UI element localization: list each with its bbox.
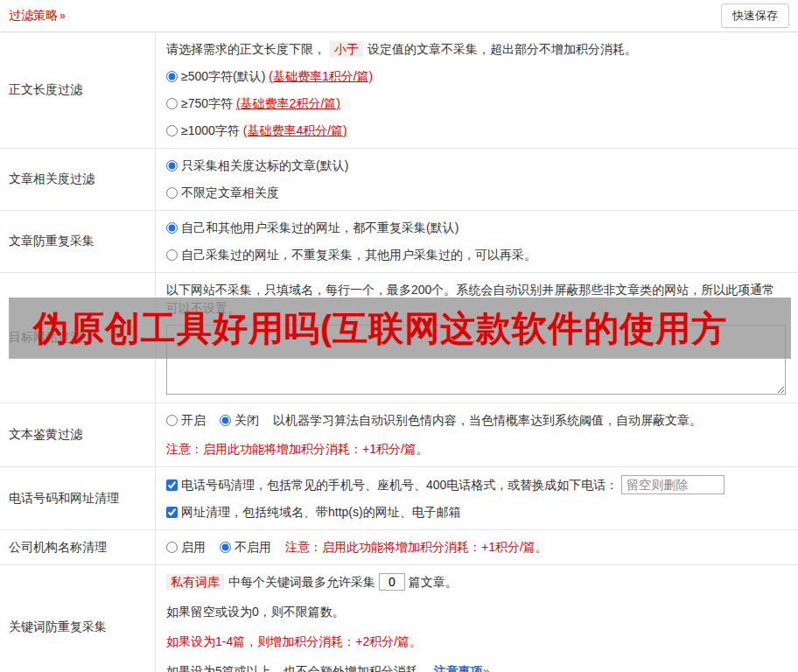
row-label-keyword: 关键词防重复采集	[0, 565, 156, 672]
option-750-chars[interactable]: ≥750字符 (基础费率2积分/篇)	[166, 94, 786, 113]
row-body-length-filter: 正文长度过滤 请选择需求的正文长度下限，小于设定值的文章不采集，超出部分不增加积…	[0, 32, 798, 149]
option-500-fee: (基础费率1积分/篇)	[269, 69, 373, 83]
keyword-rule-5plus: 如果设为5篇或以上，也不会额外增加积分消耗。 注意事项»	[166, 662, 786, 672]
row-phone-url-cleanup: 电话号码和网址清理 电话号码清理，包括常见的手机号、座机号、400电话格式，或替…	[0, 467, 798, 530]
page-title-text: 过滤策略	[9, 8, 58, 22]
row-label-porn: 文本鉴黄过滤	[0, 403, 156, 466]
option-porn-on-label: 开启	[181, 413, 206, 427]
quick-save-button[interactable]: 快速保存	[721, 4, 789, 28]
option-porn-off-label: 关闭	[234, 413, 259, 427]
option-porn-on[interactable]: 开启	[166, 413, 206, 427]
row-target-site-filter: 目标网站过滤 以下网站不采集，只填域名，每行一个，最多200个。系统会自动识别并…	[0, 273, 798, 403]
row-label-body-length: 正文长度过滤	[0, 32, 156, 148]
porn-options-line: 开启关闭以机器学习算法自动识别色情内容，当色情概率达到系统阈值，自动屏蔽文章。	[166, 411, 786, 430]
keyword-rule-zero: 如果留空或设为0，则不限篇数。	[166, 603, 786, 621]
radio-company-enable[interactable]	[166, 542, 178, 553]
keyword-count-input[interactable]	[379, 573, 405, 591]
row-content-porn: 开启关闭以机器学习算法自动识别色情内容，当色情概率达到系统阈值，自动屏蔽文章。 …	[156, 403, 798, 466]
row-label-target-site: 目标网站过滤	[0, 273, 156, 402]
radio-relevance-any[interactable]	[166, 187, 178, 199]
checkbox-phone-cleanup[interactable]	[166, 480, 178, 491]
target-site-intro: 以下网站不采集，只填域名，每行一个，最多200个。系统会自动识别并屏蔽那些非文章…	[166, 281, 786, 318]
row-content-body-length: 请选择需求的正文长度下限，小于设定值的文章不采集，超出部分不增加积分消耗。 ≥5…	[156, 32, 798, 148]
row-label-company: 公司机构名称清理	[0, 530, 156, 564]
keyword-limit-line: 私有词库中每个关键词最多允许采集 篇文章。	[166, 573, 786, 592]
company-cost-note: 注意：启用此功能将增加积分消耗：+1积分/篇。	[285, 540, 548, 554]
row-content-relevance: 只采集相关度达标的文章(默认) 不限定文章相关度	[156, 149, 798, 210]
intro-highlight-text: 小于	[330, 41, 363, 57]
row-porn-filter: 文本鉴黄过滤 开启关闭以机器学习算法自动识别色情内容，当色情概率达到系统阈值，自…	[0, 403, 798, 467]
option-url-cleanup[interactable]: 网址清理，包括纯域名、带http(s)的网址、电子邮箱	[166, 505, 461, 519]
option-company-disable-label: 不启用	[234, 540, 271, 554]
replacement-phone-input[interactable]	[621, 475, 724, 494]
keyword-rule-5plus-text: 如果设为5篇或以上，也不会额外增加积分消耗。	[166, 664, 430, 672]
phone-cleanup-line: 电话号码清理，包括常见的手机号、座机号、400电话格式，或替换成如下电话：	[166, 475, 786, 494]
option-company-disable[interactable]: 不启用	[220, 540, 271, 554]
option-dedup-global-label: 自己和其他用户采集过的网址，都不重复采集(默认)	[181, 220, 458, 234]
row-content-company: 启用不启用注意：启用此功能将增加积分消耗：+1积分/篇。	[156, 530, 798, 564]
phone-cleanup-label: 电话号码清理，包括常见的手机号、座机号、400电话格式，或替换成如下电话：	[181, 478, 618, 492]
row-company-cleanup: 公司机构名称清理 启用不启用注意：启用此功能将增加积分消耗：+1积分/篇。	[0, 530, 798, 565]
radio-500-chars[interactable]	[166, 71, 178, 82]
notes-link-chevron-icon: »	[483, 664, 490, 672]
row-keyword-dedup: 关键词防重复采集 私有词库中每个关键词最多允许采集 篇文章。 如果留空或设为0，…	[0, 565, 798, 672]
option-500-label: ≥500字符(默认)	[181, 69, 265, 83]
intro-pre-text: 请选择需求的正文长度下限，	[166, 42, 326, 56]
keyword-limit-mid-text: 中每个关键词最多允许采集	[228, 575, 375, 589]
row-dedup-filter: 文章防重复采集 自己和其他用户采集过的网址，都不重复采集(默认) 自己采集过的网…	[0, 211, 798, 273]
body-length-intro: 请选择需求的正文长度下限，小于设定值的文章不采集，超出部分不增加积分消耗。	[166, 40, 786, 59]
option-dedup-own[interactable]: 自己采集过的网址，不重复采集，其他用户采集过的，可以再采。	[166, 246, 786, 264]
option-company-enable[interactable]: 启用	[166, 540, 206, 554]
option-relevance-any[interactable]: 不限定文章相关度	[166, 184, 786, 202]
intro-post-text: 设定值的文章不采集，超出部分不增加积分消耗。	[368, 42, 637, 56]
radio-750-chars[interactable]	[166, 98, 178, 109]
notes-link[interactable]: 注意事项»	[434, 664, 490, 672]
url-cleanup-line: 网址清理，包括纯域名、带http(s)的网址、电子邮箱	[166, 503, 786, 522]
option-relevance-strict[interactable]: 只采集相关度达标的文章(默认)	[166, 157, 786, 175]
option-750-fee: (基础费率2积分/篇)	[236, 96, 340, 110]
radio-1000-chars[interactable]	[166, 125, 178, 136]
option-relevance-strict-label: 只采集相关度达标的文章(默认)	[181, 158, 348, 172]
porn-description: 以机器学习算法自动识别色情内容，当色情概率达到系统阈值，自动屏蔽文章。	[273, 413, 702, 427]
notes-link-text: 注意事项	[434, 664, 483, 672]
radio-dedup-own[interactable]	[166, 249, 178, 261]
option-1000-label: ≥1000字符	[181, 123, 240, 137]
chevron-down-icon: »	[60, 10, 66, 22]
radio-dedup-global[interactable]	[166, 222, 178, 234]
row-relevance-filter: 文章相关度过滤 只采集相关度达标的文章(默认) 不限定文章相关度	[0, 149, 798, 211]
radio-porn-off[interactable]	[220, 415, 231, 426]
row-label-relevance: 文章相关度过滤	[0, 149, 156, 210]
company-options-line: 启用不启用注意：启用此功能将增加积分消耗：+1积分/篇。	[166, 538, 786, 556]
blocked-sites-textarea[interactable]	[166, 325, 786, 395]
row-label-dedup: 文章防重复采集	[0, 211, 156, 272]
option-company-enable-label: 启用	[181, 540, 206, 554]
option-1000-fee: (基础费率4积分/篇)	[243, 123, 347, 137]
keyword-rule-1-4: 如果设为1-4篇，则增加积分消耗：+2积分/篇。	[166, 633, 786, 651]
row-content-phone-url: 电话号码清理，包括常见的手机号、座机号、400电话格式，或替换成如下电话： 网址…	[156, 467, 798, 529]
option-relevance-any-label: 不限定文章相关度	[181, 186, 279, 200]
row-label-phone-url: 电话号码和网址清理	[0, 467, 156, 529]
url-cleanup-label: 网址清理，包括纯域名、带http(s)的网址、电子邮箱	[181, 505, 461, 519]
row-content-dedup: 自己和其他用户采集过的网址，都不重复采集(默认) 自己采集过的网址，不重复采集，…	[156, 211, 798, 272]
page-title[interactable]: 过滤策略»	[9, 8, 66, 24]
row-content-target-site: 以下网站不采集，只填域名，每行一个，最多200个。系统会自动识别并屏蔽那些非文章…	[156, 273, 798, 402]
radio-porn-on[interactable]	[166, 415, 178, 426]
option-dedup-own-label: 自己采集过的网址，不重复采集，其他用户采集过的，可以再采。	[181, 248, 536, 262]
option-500-chars[interactable]: ≥500字符(默认) (基础费率1积分/篇)	[166, 67, 786, 86]
option-dedup-global[interactable]: 自己和其他用户采集过的网址，都不重复采集(默认)	[166, 219, 786, 237]
checkbox-url-cleanup[interactable]	[166, 507, 178, 518]
topbar: 过滤策略» 快速保存	[0, 0, 798, 32]
row-content-keyword: 私有词库中每个关键词最多允许采集 篇文章。 如果留空或设为0，则不限篇数。 如果…	[156, 565, 798, 672]
option-phone-cleanup[interactable]: 电话号码清理，包括常见的手机号、座机号、400电话格式，或替换成如下电话：	[166, 478, 618, 492]
porn-cost-note: 注意：启用此功能将增加积分消耗：+1积分/篇。	[166, 440, 786, 458]
option-1000-chars[interactable]: ≥1000字符 (基础费率4积分/篇)	[166, 122, 786, 140]
keyword-limit-post-text: 篇文章。	[409, 575, 458, 589]
private-lexicon-highlight: 私有词库	[166, 574, 224, 590]
radio-relevance-strict[interactable]	[166, 160, 178, 172]
radio-company-disable[interactable]	[220, 542, 231, 553]
option-750-label: ≥750字符	[181, 96, 233, 110]
option-porn-off[interactable]: 关闭	[220, 413, 259, 427]
